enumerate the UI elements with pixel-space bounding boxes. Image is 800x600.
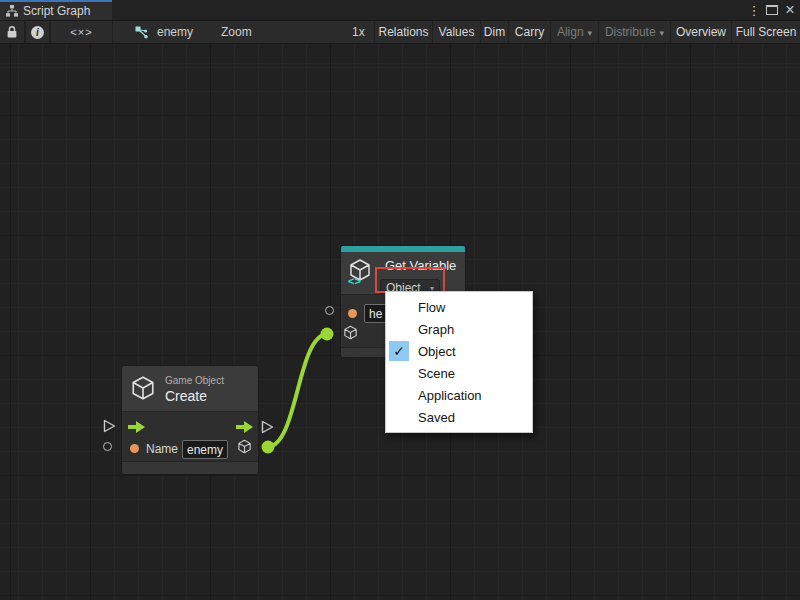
align-button-label: Align [557,25,584,39]
graph-toolbar: i <×> enemy Zoom 1x Relations Values Dim [0,20,800,44]
carry-button-label: Carry [515,25,544,39]
dim-button-label: Dim [484,25,505,39]
values-button-label: Values [439,25,475,39]
name-input-dot[interactable] [130,444,139,453]
menu-item-saved[interactable]: Saved [386,406,532,428]
overview-button[interactable]: Overview [670,21,731,43]
maximize-icon[interactable] [766,5,778,15]
name-port-ring[interactable] [103,442,112,451]
name-port-label: Name [146,442,178,456]
menu-item-flow[interactable]: Flow [386,296,532,318]
scope-dropdown-highlight [375,267,445,293]
chevron-down-icon: ▾ [588,28,593,38]
cube-icon [130,375,156,401]
name-value-field[interactable]: enemy [182,440,228,459]
close-icon[interactable]: × [781,0,799,20]
align-button[interactable]: Align ▾ [550,21,598,43]
tab-script-graph[interactable]: Script Graph [0,0,112,20]
title-bar: Script Graph ⋮ × [0,0,800,20]
menu-item-application[interactable]: Application [386,384,532,406]
menu-item-label: Flow [418,300,445,315]
code-chevrons-icon: <> [348,275,361,287]
create-header: Game Object Create [122,366,258,411]
relations-button[interactable]: Relations [374,21,432,43]
menu-item-label: Application [418,388,482,403]
lock-button[interactable] [0,21,25,43]
distribute-button[interactable]: Distribute ▾ [598,21,670,43]
menu-item-graph[interactable]: Graph [386,318,532,340]
window-menu-icon[interactable]: ⋮ [746,0,762,20]
dim-button[interactable]: Dim [480,21,508,43]
inspector-button[interactable]: i [25,21,50,43]
code-toggle-icon: <×> [70,26,92,38]
graph-tab-icon [6,5,18,17]
chevron-down-icon: ▾ [660,28,665,38]
distribute-button-label: Distribute [605,25,656,39]
graph-breadcrumb-icon-wrap [133,21,151,43]
create-title: Create [165,388,207,404]
script-graph-window: Script Graph ⋮ × i <×> enemy [0,0,800,600]
check-icon: ✓ [389,341,409,361]
values-button[interactable]: Values [432,21,480,43]
relations-button-label: Relations [378,25,428,39]
tab-title: Script Graph [23,4,90,18]
flow-in-arrow-icon[interactable] [128,421,145,433]
create-body: Name enemy [122,411,258,463]
menu-item-label: Saved [418,410,455,425]
fullscreen-button-label: Full Screen [736,25,797,39]
menu-item-object[interactable]: ✓ Object [386,340,532,362]
menu-item-scene[interactable]: Scene [386,362,532,384]
code-preview-button[interactable]: <×> [50,21,113,43]
lock-icon [6,25,18,39]
menu-item-label: Graph [418,322,454,337]
scope-menu: Flow Graph ✓ Object Scene Application Sa… [385,291,533,433]
carry-button[interactable]: Carry [508,21,550,43]
name-port-ring[interactable] [325,306,334,315]
create-footer [122,461,258,474]
variable-name-value: he [369,307,382,321]
name-input-dot[interactable] [348,309,357,318]
info-icon: i [31,26,44,39]
gameobject-port-cube-icon[interactable] [343,325,358,340]
name-value: enemy [187,443,223,457]
fullscreen-button[interactable]: Full Screen [731,21,800,43]
menu-item-label: Object [418,344,456,359]
zoom-label: Zoom [221,21,252,43]
flow-in-port-triangle[interactable] [103,419,116,433]
menu-item-label: Scene [418,366,455,381]
zoom-value: 1x [352,21,365,43]
overview-button-label: Overview [676,25,726,39]
graph-breadcrumb[interactable]: enemy [157,21,193,43]
graph-icon [135,26,149,39]
gameobject-output-cube-icon[interactable] [237,439,252,454]
flow-out-port-triangle[interactable] [261,420,274,434]
create-category: Game Object [165,375,224,386]
flow-out-arrow-icon[interactable] [236,421,253,433]
create-node[interactable]: Game Object Create Name enemy [121,365,259,475]
